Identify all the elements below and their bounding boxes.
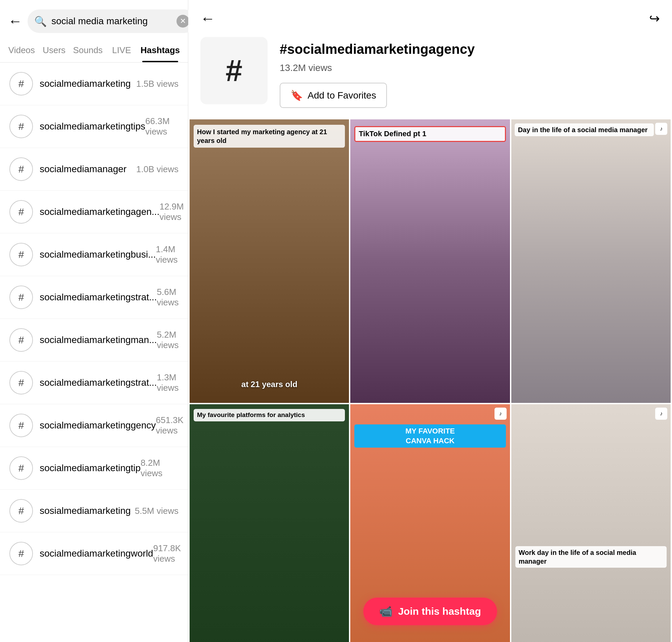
tab-sounds[interactable]: Sounds xyxy=(70,38,105,62)
tab-live[interactable]: LIVE xyxy=(105,38,138,62)
hashtag-name: socialmediamarketingagen... xyxy=(40,206,159,217)
video-bg xyxy=(511,119,671,403)
search-input[interactable] xyxy=(51,16,172,27)
hashtag-icon: # xyxy=(10,285,33,309)
join-hashtag-label: Join this hashtag xyxy=(398,606,481,617)
hashtag-views: 5.5M views xyxy=(135,506,179,516)
hashtag-thumbnail: # xyxy=(201,37,268,104)
hashtag-view-count: 13.2M views xyxy=(280,63,660,73)
hashtag-info: #socialmediamarketingagency 13.2M views … xyxy=(280,37,660,108)
add-to-favorites-button[interactable]: 🔖 Add to Favorites xyxy=(280,83,387,108)
hashtag-views: 1.5B views xyxy=(136,79,179,89)
tab-videos[interactable]: Videos xyxy=(5,38,38,62)
hashtag-name: socialmediamarketinggency xyxy=(40,420,156,431)
clear-button[interactable]: ✕ xyxy=(177,15,189,28)
hashtag-icon: # xyxy=(10,72,33,95)
tiktok-badge: ♪ xyxy=(655,408,667,420)
hashtag-views: 1.3M views xyxy=(157,372,179,393)
clear-icon: ✕ xyxy=(180,17,186,26)
video-label: Work day in the life of a social media m… xyxy=(515,546,667,568)
hashtag-name: socialmediamarketingtip xyxy=(40,463,141,474)
list-item[interactable]: # socialmediamarketing 1.5B views xyxy=(0,63,188,105)
hashtag-views: 5.6M views xyxy=(157,287,179,308)
join-hashtag-button[interactable]: 📹 Join this hashtag xyxy=(363,598,497,625)
hashtag-icon: # xyxy=(10,200,33,224)
hashtag-icon: # xyxy=(10,457,33,480)
hashtag-name: socialmediamarketingworld xyxy=(40,548,153,559)
tiktok-badge: ♪ xyxy=(494,408,507,420)
tab-users[interactable]: Users xyxy=(38,38,70,62)
right-panel: ← ↪ # #socialmediamarketingagency 13.2M … xyxy=(188,0,672,642)
hashtag-views: 5.2M views xyxy=(157,330,179,350)
list-item[interactable]: # socialmediamarketingagen... 12.9M view… xyxy=(0,191,188,233)
hashtag-icon: # xyxy=(10,542,33,565)
bookmark-icon: 🔖 xyxy=(290,89,303,101)
video-bg xyxy=(190,404,349,642)
video-card[interactable]: ♪ Work day in the life of a social media… xyxy=(511,404,671,642)
list-item[interactable]: # socialmediamarketingstrat... 1.3M view… xyxy=(0,361,188,404)
tabs: Videos Users Sounds LIVE Hashtags xyxy=(0,38,188,63)
video-bg xyxy=(511,404,671,642)
hashtag-name: socialmediamarketing xyxy=(40,78,136,89)
hashtag-views: 12.9M views xyxy=(159,202,183,222)
hashtag-icon: # xyxy=(10,157,33,181)
hashtag-views: 1.4M views xyxy=(156,244,179,265)
video-bg: at 21 years old xyxy=(190,119,349,403)
hashtag-views: 8.2M views xyxy=(141,458,179,478)
video-card[interactable]: at 21 years old How I started my marketi… xyxy=(190,119,349,403)
search-bar: ← 🔍 ✕ ⊟ xyxy=(0,0,188,38)
camera-icon: 📹 xyxy=(379,605,393,618)
hashtag-symbol-large: # xyxy=(225,53,242,88)
list-item[interactable]: # socialmediamarketingstrat... 5.6M view… xyxy=(0,276,188,319)
hashtag-name: socialmediamarketingbusi... xyxy=(40,249,156,260)
hashtag-profile: # #socialmediamarketingagency 13.2M view… xyxy=(188,34,672,118)
hashtag-icon: # xyxy=(10,115,33,138)
video-label: Day in the life of a social media manage… xyxy=(515,124,654,136)
list-item[interactable]: # socialmediamarketingworld 917.8K views xyxy=(0,532,188,575)
hashtag-views: 66.3M views xyxy=(145,116,179,137)
list-item[interactable]: # socialmediamarketingtip 8.2M views xyxy=(0,447,188,490)
hashtag-icon: # xyxy=(10,243,33,266)
hashtag-icon: # xyxy=(10,328,33,352)
list-item[interactable]: # sosialmediamarketing 5.5M views xyxy=(0,490,188,532)
right-header: ← ↪ xyxy=(188,0,672,34)
back-button[interactable]: ← xyxy=(8,13,22,29)
video-label: My favourite platforms for analytics xyxy=(194,409,345,421)
hashtag-name: socialmediamarketingstrat... xyxy=(40,292,157,303)
hashtag-views: 651.3K views xyxy=(156,415,183,436)
hashtag-name: socialmediamarketingstrat... xyxy=(40,377,157,388)
list-item[interactable]: # socialmediamarketingman... 5.2M views xyxy=(0,319,188,361)
hashtag-views: 917.8K views xyxy=(153,543,181,564)
tiktok-badge: ♪ xyxy=(655,123,667,135)
video-label: TikTok Defined pt 1 xyxy=(354,126,506,142)
hashtag-icon: # xyxy=(10,371,33,395)
list-item[interactable]: # socialmediamanager 1.0B views xyxy=(0,148,188,191)
right-back-button[interactable]: ← xyxy=(201,10,215,27)
list-item[interactable]: # socialmediamarketinggency 651.3K views xyxy=(0,404,188,447)
tab-hashtags[interactable]: Hashtags xyxy=(138,38,182,62)
video-card[interactable]: TikTok Defined pt 1 xyxy=(350,119,509,403)
hashtag-name: sosialmediamarketing xyxy=(40,505,135,516)
left-panel: ← 🔍 ✕ ⊟ Videos Users Sounds LIVE Hashtag… xyxy=(0,0,188,642)
hashtag-name: socialmediamarketingtips xyxy=(40,121,145,132)
hashtag-title: #socialmediamarketingagency xyxy=(280,40,660,58)
hashtag-views: 1.0B views xyxy=(136,164,179,175)
hashtag-name: socialmediamarketingman... xyxy=(40,335,157,345)
video-label: MY FAVORITECANVA HACK xyxy=(354,424,506,448)
video-grid: at 21 years old How I started my marketi… xyxy=(188,118,672,642)
video-bg xyxy=(350,119,509,403)
hashtag-name: socialmediamanager xyxy=(40,164,136,175)
list-item[interactable]: # socialmediamarketingtips 66.3M views xyxy=(0,105,188,148)
search-icon: 🔍 xyxy=(34,15,47,27)
hashtag-list: # socialmediamarketing 1.5B views # soci… xyxy=(0,63,188,642)
hashtag-icon: # xyxy=(10,499,33,523)
add-favorites-label: Add to Favorites xyxy=(308,90,376,101)
right-share-button[interactable]: ↪ xyxy=(649,11,660,26)
search-input-wrapper: 🔍 ✕ xyxy=(28,10,196,33)
video-label: How I started my marketing agency at 21 … xyxy=(194,125,345,147)
hashtag-icon: # xyxy=(10,414,33,437)
video-card[interactable]: My favourite platforms for analytics As … xyxy=(190,404,349,642)
video-card[interactable]: ♪ Day in the life of a social media mana… xyxy=(511,119,671,403)
list-item[interactable]: # socialmediamarketingbusi... 1.4M views xyxy=(0,233,188,276)
